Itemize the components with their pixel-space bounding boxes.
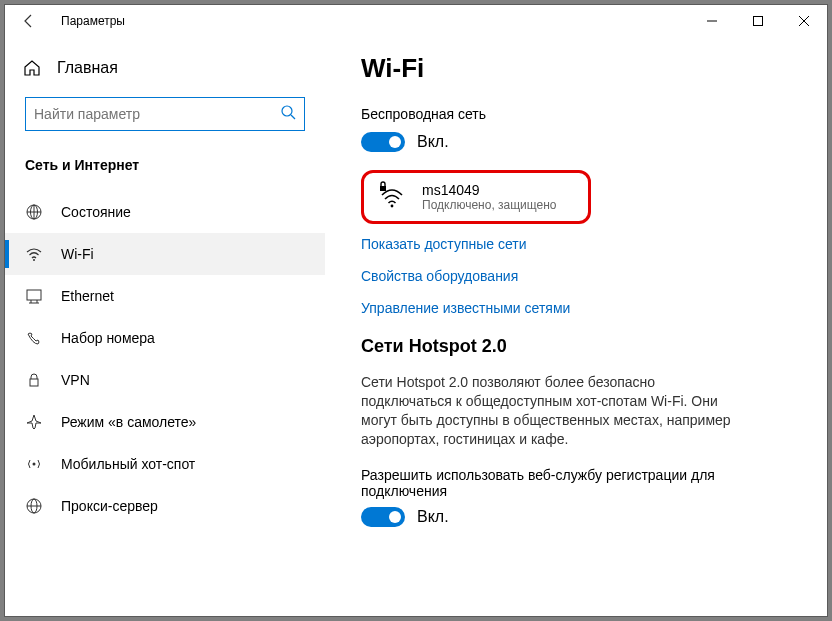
sidebar-item-label: Режим «в самолете» bbox=[61, 414, 196, 430]
search-input[interactable] bbox=[34, 106, 280, 122]
sidebar: Главная Сеть и Интернет Состояние Wi-Fi … bbox=[5, 37, 325, 616]
hotspot-desc: Сети Hotspot 2.0 позволяют более безопас… bbox=[361, 373, 741, 449]
airplane-icon bbox=[25, 413, 43, 431]
close-button[interactable] bbox=[781, 5, 827, 37]
svg-rect-15 bbox=[30, 379, 38, 386]
search-icon bbox=[280, 104, 296, 124]
home-label: Главная bbox=[57, 59, 118, 77]
svg-point-10 bbox=[33, 259, 35, 261]
ethernet-icon bbox=[25, 287, 43, 305]
settings-window: Параметры Главная Сеть и Интернет Состоя… bbox=[4, 4, 828, 617]
svg-point-4 bbox=[282, 106, 292, 116]
svg-rect-1 bbox=[754, 17, 763, 26]
sidebar-item-label: Состояние bbox=[61, 204, 131, 220]
wifi-secure-icon bbox=[378, 181, 406, 213]
home-icon bbox=[23, 59, 41, 77]
registration-label: Разрешить использовать веб-службу регист… bbox=[361, 467, 741, 499]
sidebar-item-label: Набор номера bbox=[61, 330, 155, 346]
network-status: Подключено, защищено bbox=[422, 198, 557, 212]
svg-rect-11 bbox=[27, 290, 41, 300]
sidebar-item-wifi[interactable]: Wi-Fi bbox=[5, 233, 325, 275]
wifi-icon bbox=[25, 245, 43, 263]
hotspot-title: Сети Hotspot 2.0 bbox=[361, 336, 791, 357]
sidebar-item-label: Мобильный хот-спот bbox=[61, 456, 195, 472]
sidebar-item-label: Ethernet bbox=[61, 288, 114, 304]
minimize-button[interactable] bbox=[689, 5, 735, 37]
category-header: Сеть и Интернет bbox=[5, 151, 325, 191]
home-link[interactable]: Главная bbox=[5, 53, 325, 83]
sidebar-item-airplane[interactable]: Режим «в самолете» bbox=[5, 401, 325, 443]
svg-line-5 bbox=[291, 115, 295, 119]
proxy-icon bbox=[25, 497, 43, 515]
dialup-icon bbox=[25, 329, 43, 347]
network-name: ms14049 bbox=[422, 182, 557, 198]
vpn-icon bbox=[25, 371, 43, 389]
window-title: Параметры bbox=[61, 14, 125, 28]
wifi-toggle[interactable] bbox=[361, 132, 405, 152]
wireless-label: Беспроводная сеть bbox=[361, 106, 791, 122]
search-box[interactable] bbox=[25, 97, 305, 131]
status-icon bbox=[25, 203, 43, 221]
registration-toggle[interactable] bbox=[361, 507, 405, 527]
sidebar-item-vpn[interactable]: VPN bbox=[5, 359, 325, 401]
current-network[interactable]: ms14049 Подключено, защищено bbox=[361, 170, 591, 224]
sidebar-item-dialup[interactable]: Набор номера bbox=[5, 317, 325, 359]
registration-toggle-label: Вкл. bbox=[417, 508, 449, 526]
svg-point-16 bbox=[33, 463, 36, 466]
sidebar-item-label: Прокси-сервер bbox=[61, 498, 158, 514]
titlebar: Параметры bbox=[5, 5, 827, 37]
svg-point-20 bbox=[391, 205, 394, 208]
known-networks-link[interactable]: Управление известными сетями bbox=[361, 300, 791, 316]
back-button[interactable] bbox=[15, 7, 43, 35]
sidebar-item-ethernet[interactable]: Ethernet bbox=[5, 275, 325, 317]
sidebar-item-hotspot[interactable]: Мобильный хот-спот bbox=[5, 443, 325, 485]
main-panel: Wi-Fi Беспроводная сеть Вкл. ms bbox=[325, 37, 827, 616]
show-networks-link[interactable]: Показать доступные сети bbox=[361, 236, 791, 252]
hardware-props-link[interactable]: Свойства оборудования bbox=[361, 268, 791, 284]
sidebar-item-status[interactable]: Состояние bbox=[5, 191, 325, 233]
sidebar-item-label: Wi-Fi bbox=[61, 246, 94, 262]
wifi-toggle-label: Вкл. bbox=[417, 133, 449, 151]
hotspot-icon bbox=[25, 455, 43, 473]
page-title: Wi-Fi bbox=[361, 53, 791, 84]
sidebar-item-label: VPN bbox=[61, 372, 90, 388]
maximize-button[interactable] bbox=[735, 5, 781, 37]
sidebar-item-proxy[interactable]: Прокси-сервер bbox=[5, 485, 325, 527]
svg-rect-21 bbox=[380, 186, 386, 191]
